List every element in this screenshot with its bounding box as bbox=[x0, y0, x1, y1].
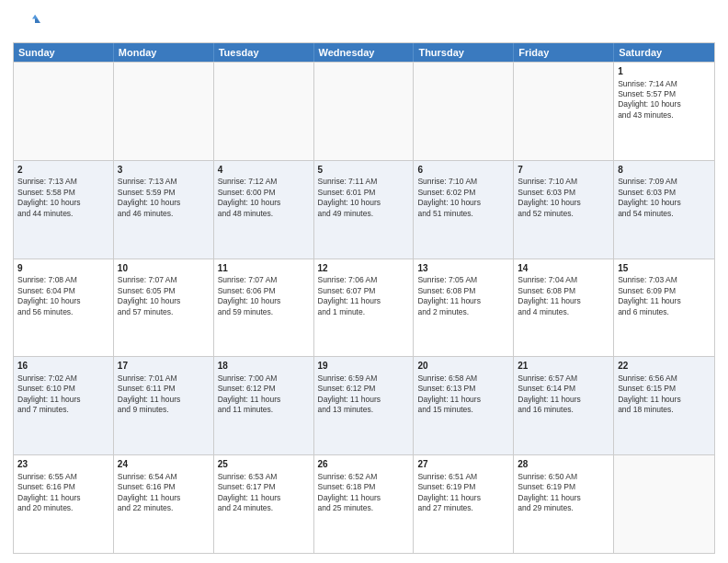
day-info: Sunrise: 7:08 AM Sunset: 6:04 PM Dayligh… bbox=[17, 275, 81, 316]
day-number: 17 bbox=[118, 360, 210, 373]
day-cell-7: 7Sunrise: 7:10 AM Sunset: 6:03 PM Daylig… bbox=[514, 161, 614, 259]
day-info: Sunrise: 6:50 AM Sunset: 6:19 PM Dayligh… bbox=[518, 472, 581, 512]
day-header-wednesday: Wednesday bbox=[314, 43, 415, 62]
day-cell-12: 12Sunrise: 7:06 AM Sunset: 6:07 PM Dayli… bbox=[314, 259, 415, 357]
day-info: Sunrise: 7:11 AM Sunset: 6:01 PM Dayligh… bbox=[318, 177, 381, 217]
day-cell-1: 1Sunrise: 7:14 AM Sunset: 5:57 PM Daylig… bbox=[614, 63, 714, 160]
day-number: 8 bbox=[618, 164, 711, 177]
calendar-header: SundayMondayTuesdayWednesdayThursdayFrid… bbox=[14, 43, 714, 62]
day-cell-24: 24Sunrise: 6:54 AM Sunset: 6:16 PM Dayli… bbox=[114, 455, 214, 553]
day-number: 19 bbox=[318, 360, 410, 373]
day-number: 27 bbox=[417, 458, 509, 471]
day-number: 24 bbox=[118, 458, 210, 471]
day-number: 6 bbox=[417, 164, 509, 177]
day-cell-20: 20Sunrise: 6:58 AM Sunset: 6:13 PM Dayli… bbox=[414, 357, 514, 454]
day-number: 26 bbox=[318, 458, 410, 471]
day-info: Sunrise: 7:06 AM Sunset: 6:07 PM Dayligh… bbox=[318, 275, 381, 316]
calendar-row-4: 23Sunrise: 6:55 AM Sunset: 6:16 PM Dayli… bbox=[14, 454, 714, 553]
day-number: 15 bbox=[618, 262, 711, 275]
day-cell-9: 9Sunrise: 7:08 AM Sunset: 6:04 PM Daylig… bbox=[14, 259, 114, 357]
day-cell-4: 4Sunrise: 7:12 AM Sunset: 6:00 PM Daylig… bbox=[214, 161, 314, 259]
day-cell-21: 21Sunrise: 6:57 AM Sunset: 6:14 PM Dayli… bbox=[514, 357, 614, 454]
day-info: Sunrise: 7:00 AM Sunset: 6:12 PM Dayligh… bbox=[218, 373, 281, 414]
day-cell-13: 13Sunrise: 7:05 AM Sunset: 6:08 PM Dayli… bbox=[414, 259, 514, 357]
day-number: 2 bbox=[17, 164, 109, 177]
day-info: Sunrise: 7:10 AM Sunset: 6:02 PM Dayligh… bbox=[417, 177, 481, 217]
day-number: 16 bbox=[17, 360, 109, 373]
day-number: 18 bbox=[218, 360, 310, 373]
header bbox=[13, 9, 715, 37]
day-cell-5: 5Sunrise: 7:11 AM Sunset: 6:01 PM Daylig… bbox=[314, 161, 415, 259]
day-cell-8: 8Sunrise: 7:09 AM Sunset: 6:03 PM Daylig… bbox=[614, 161, 714, 259]
day-cell-14: 14Sunrise: 7:04 AM Sunset: 6:08 PM Dayli… bbox=[514, 259, 614, 357]
day-info: Sunrise: 7:13 AM Sunset: 5:58 PM Dayligh… bbox=[17, 177, 81, 217]
day-info: Sunrise: 7:04 AM Sunset: 6:08 PM Dayligh… bbox=[518, 275, 581, 316]
empty-cell bbox=[14, 63, 114, 160]
day-header-sunday: Sunday bbox=[14, 43, 114, 62]
day-info: Sunrise: 7:05 AM Sunset: 6:08 PM Dayligh… bbox=[417, 275, 481, 316]
day-cell-6: 6Sunrise: 7:10 AM Sunset: 6:02 PM Daylig… bbox=[414, 161, 514, 259]
day-number: 10 bbox=[118, 262, 210, 275]
calendar-row-0: 1Sunrise: 7:14 AM Sunset: 5:57 PM Daylig… bbox=[14, 62, 714, 160]
day-number: 14 bbox=[518, 262, 609, 275]
day-cell-3: 3Sunrise: 7:13 AM Sunset: 5:59 PM Daylig… bbox=[114, 161, 214, 259]
day-info: Sunrise: 7:01 AM Sunset: 6:11 PM Dayligh… bbox=[118, 373, 181, 414]
logo bbox=[13, 9, 44, 37]
day-header-monday: Monday bbox=[114, 43, 214, 62]
day-cell-11: 11Sunrise: 7:07 AM Sunset: 6:06 PM Dayli… bbox=[214, 259, 314, 357]
day-info: Sunrise: 7:14 AM Sunset: 5:57 PM Dayligh… bbox=[618, 79, 681, 120]
day-cell-26: 26Sunrise: 6:52 AM Sunset: 6:18 PM Dayli… bbox=[314, 455, 415, 553]
empty-cell bbox=[614, 455, 714, 553]
calendar-row-3: 16Sunrise: 7:02 AM Sunset: 6:10 PM Dayli… bbox=[14, 356, 714, 454]
day-info: Sunrise: 6:54 AM Sunset: 6:16 PM Dayligh… bbox=[118, 472, 181, 512]
calendar: SundayMondayTuesdayWednesdayThursdayFrid… bbox=[13, 42, 715, 554]
day-info: Sunrise: 6:53 AM Sunset: 6:17 PM Dayligh… bbox=[218, 472, 281, 512]
empty-cell bbox=[214, 63, 314, 160]
day-number: 9 bbox=[17, 262, 109, 275]
day-number: 3 bbox=[118, 164, 210, 177]
day-info: Sunrise: 6:57 AM Sunset: 6:14 PM Dayligh… bbox=[518, 373, 581, 414]
day-info: Sunrise: 7:02 AM Sunset: 6:10 PM Dayligh… bbox=[17, 373, 81, 414]
day-number: 23 bbox=[17, 458, 109, 471]
day-info: Sunrise: 7:03 AM Sunset: 6:09 PM Dayligh… bbox=[618, 275, 681, 316]
day-info: Sunrise: 7:10 AM Sunset: 6:03 PM Dayligh… bbox=[518, 177, 581, 217]
day-info: Sunrise: 7:09 AM Sunset: 6:03 PM Dayligh… bbox=[618, 177, 681, 217]
calendar-body: 1Sunrise: 7:14 AM Sunset: 5:57 PM Daylig… bbox=[14, 62, 714, 553]
day-cell-27: 27Sunrise: 6:51 AM Sunset: 6:19 PM Dayli… bbox=[414, 455, 514, 553]
day-header-tuesday: Tuesday bbox=[214, 43, 314, 62]
day-cell-25: 25Sunrise: 6:53 AM Sunset: 6:17 PM Dayli… bbox=[214, 455, 314, 553]
day-number: 22 bbox=[618, 360, 711, 373]
day-cell-16: 16Sunrise: 7:02 AM Sunset: 6:10 PM Dayli… bbox=[14, 357, 114, 454]
day-cell-2: 2Sunrise: 7:13 AM Sunset: 5:58 PM Daylig… bbox=[14, 161, 114, 259]
day-info: Sunrise: 7:12 AM Sunset: 6:00 PM Dayligh… bbox=[218, 177, 281, 217]
day-number: 12 bbox=[318, 262, 410, 275]
day-cell-22: 22Sunrise: 6:56 AM Sunset: 6:15 PM Dayli… bbox=[614, 357, 714, 454]
day-number: 21 bbox=[518, 360, 609, 373]
day-info: Sunrise: 6:56 AM Sunset: 6:15 PM Dayligh… bbox=[618, 373, 681, 414]
day-cell-23: 23Sunrise: 6:55 AM Sunset: 6:16 PM Dayli… bbox=[14, 455, 114, 553]
day-info: Sunrise: 6:55 AM Sunset: 6:16 PM Dayligh… bbox=[17, 472, 81, 512]
day-cell-15: 15Sunrise: 7:03 AM Sunset: 6:09 PM Dayli… bbox=[614, 259, 714, 357]
day-cell-19: 19Sunrise: 6:59 AM Sunset: 6:12 PM Dayli… bbox=[314, 357, 415, 454]
logo-icon bbox=[13, 9, 40, 37]
day-cell-18: 18Sunrise: 7:00 AM Sunset: 6:12 PM Dayli… bbox=[214, 357, 314, 454]
day-number: 20 bbox=[417, 360, 509, 373]
day-header-saturday: Saturday bbox=[614, 43, 714, 62]
day-number: 1 bbox=[618, 65, 711, 78]
day-info: Sunrise: 6:59 AM Sunset: 6:12 PM Dayligh… bbox=[318, 373, 381, 414]
empty-cell bbox=[414, 63, 514, 160]
day-number: 5 bbox=[318, 164, 410, 177]
empty-cell bbox=[114, 63, 214, 160]
day-number: 25 bbox=[218, 458, 310, 471]
svg-marker-1 bbox=[32, 15, 38, 19]
calendar-row-2: 9Sunrise: 7:08 AM Sunset: 6:04 PM Daylig… bbox=[14, 259, 714, 357]
day-number: 28 bbox=[518, 458, 609, 471]
day-info: Sunrise: 7:07 AM Sunset: 6:06 PM Dayligh… bbox=[218, 275, 281, 316]
day-cell-10: 10Sunrise: 7:07 AM Sunset: 6:05 PM Dayli… bbox=[114, 259, 214, 357]
day-cell-28: 28Sunrise: 6:50 AM Sunset: 6:19 PM Dayli… bbox=[514, 455, 614, 553]
day-header-friday: Friday bbox=[514, 43, 614, 62]
empty-cell bbox=[314, 63, 415, 160]
page: SundayMondayTuesdayWednesdayThursdayFrid… bbox=[0, 0, 728, 563]
empty-cell bbox=[514, 63, 614, 160]
day-info: Sunrise: 7:07 AM Sunset: 6:05 PM Dayligh… bbox=[118, 275, 181, 316]
